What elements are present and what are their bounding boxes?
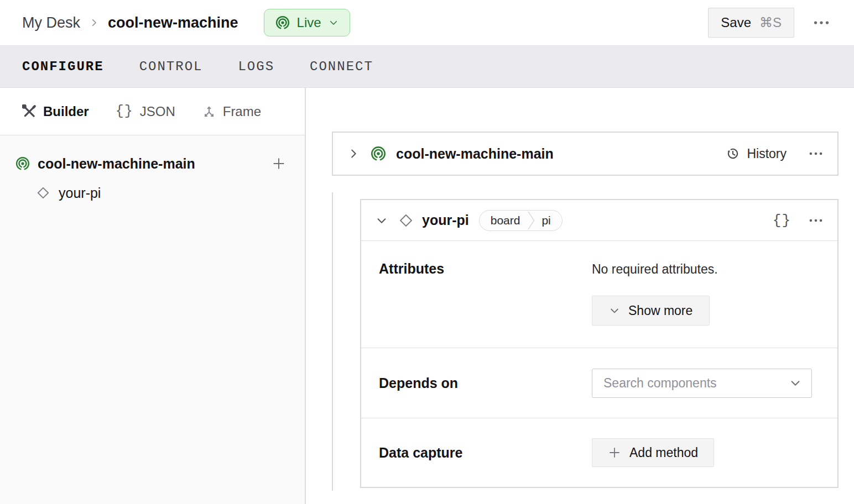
breadcrumb-current: cool-new-machine [108,14,238,32]
view-mode-toolbar: Builder {} JSON Frame [0,88,305,135]
component-type-badge: board pi [479,210,563,231]
view-tab-json[interactable]: {} JSON [116,103,175,119]
config-sidebar: Builder {} JSON Frame cool-new-machine-m… [0,88,306,504]
history-clock-icon [726,146,740,161]
edit-json-button[interactable]: {} [773,212,791,229]
data-capture-label: Data capture [379,445,592,461]
component-tree: cool-new-machine-main your-pi [0,135,305,207]
tree-child-label: your-pi [59,185,101,201]
component-header-actions: {} [773,212,823,229]
tab-configure[interactable]: CONFIGURE [22,59,104,74]
view-tab-frame-label: Frame [223,104,261,119]
tree-item-your-pi[interactable]: your-pi [0,179,305,207]
attributes-section: Attributes No required attributes. Show … [361,241,837,348]
component-card-header: your-pi board pi {} [361,200,837,241]
machine-live-icon [371,146,386,161]
chevron-down-icon [789,377,801,389]
tree-item-machine[interactable]: cool-new-machine-main [0,149,305,179]
machine-tabbar: CONFIGURE CONTROL LOGS CONNECT [0,46,854,88]
save-button[interactable]: Save ⌘S [708,8,794,38]
attributes-empty-text: No required attributes. [592,261,718,277]
machine-live-icon [15,156,30,171]
component-card-your-pi: your-pi board pi {} Attributes No requir… [360,199,839,488]
view-tab-json-label: JSON [140,104,175,119]
crossed-tools-icon [22,104,37,119]
chevron-down-icon [329,18,339,28]
tab-logs[interactable]: LOGS [238,59,274,74]
component-name: your-pi [422,212,469,228]
data-capture-section: Data capture Add method [361,418,837,487]
live-status-dropdown[interactable]: Live [264,9,350,36]
breadcrumb-parent-link[interactable]: My Desk [22,14,80,32]
tree-connector-line [332,192,333,491]
badge-divider [528,211,535,230]
depends-on-select[interactable]: Search components [592,369,812,398]
expand-chevron-icon[interactable] [347,148,360,160]
tab-control[interactable]: CONTROL [139,59,203,74]
save-shortcut-hint: ⌘S [759,15,782,30]
show-more-button[interactable]: Show more [592,296,710,326]
plus-icon [608,446,621,459]
braces-icon: {} [116,103,133,119]
collapse-chevron-icon[interactable] [376,214,388,227]
attributes-label: Attributes [379,261,592,348]
header-more-button[interactable] [813,14,830,31]
live-broadcast-icon [275,15,290,30]
frame-axes-icon [202,104,216,119]
depends-on-label: Depends on [379,375,592,391]
depends-on-placeholder: Search components [603,376,789,391]
machine-part-title: cool-new-machine-main [396,146,554,162]
ellipsis-icon [813,14,830,31]
machine-card-more-button[interactable] [809,146,823,161]
view-tab-frame[interactable]: Frame [202,104,261,119]
view-tab-builder[interactable]: Builder [22,104,89,119]
depends-on-section: Depends on Search components [361,348,837,418]
diamond-icon [37,186,50,200]
chevron-down-icon [609,305,620,316]
view-tab-builder-label: Builder [43,104,89,119]
component-more-button[interactable] [809,213,823,228]
attributes-value: No required attributes. Show more [592,261,718,348]
breadcrumb: My Desk cool-new-machine [22,14,238,32]
show-more-label: Show more [628,303,692,318]
add-method-label: Add method [629,445,698,460]
component-type: board [480,214,528,227]
history-button[interactable]: History [726,146,787,161]
app-header: My Desk cool-new-machine Live Save ⌘S [0,0,854,46]
machine-part-card: cool-new-machine-main History [332,132,839,176]
live-status-label: Live [297,15,321,30]
tab-connect[interactable]: CONNECT [310,59,373,74]
add-method-button[interactable]: Add method [592,438,714,467]
tree-machine-label: cool-new-machine-main [38,156,264,172]
add-component-button[interactable] [272,156,286,171]
breadcrumb-chevron-icon [89,18,99,28]
diamond-icon [399,213,413,228]
save-button-label: Save [721,15,751,30]
component-model: pi [535,214,561,227]
header-actions: Save ⌘S [708,8,830,38]
history-button-label: History [747,146,787,161]
